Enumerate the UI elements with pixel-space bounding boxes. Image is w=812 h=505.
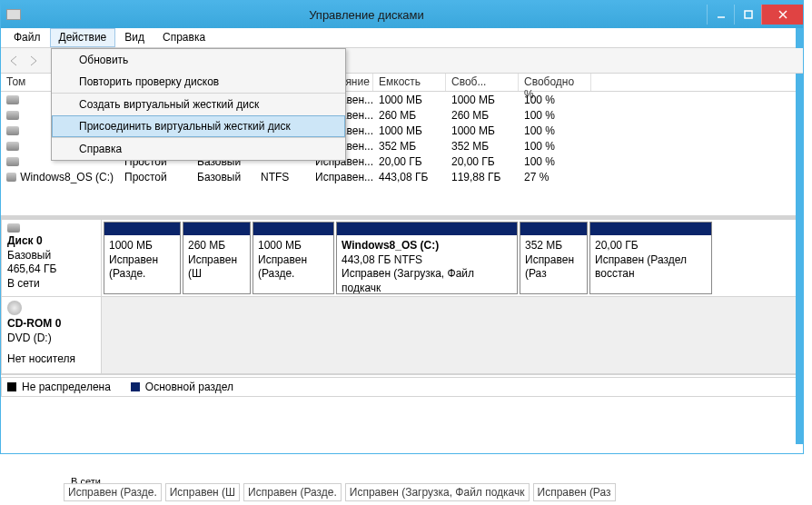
disk-info[interactable]: Диск 0Базовый465,64 ГБВ сети — [2, 220, 102, 296]
action-menu-dropdown: ОбновитьПовторить проверку дисковСоздать… — [51, 48, 346, 161]
partition[interactable]: 260 МБИсправен (Ш — [183, 222, 251, 294]
disk-row: Диск 0Базовый465,64 ГБВ сети1000 МБИспра… — [2, 220, 802, 297]
app-icon — [6, 9, 21, 20]
partition[interactable]: 1000 МБИсправен (Разде. — [253, 222, 334, 294]
legend-swatch — [131, 382, 140, 391]
partition-bar — [337, 223, 517, 235]
volume-icon — [6, 111, 19, 120]
partition-bar — [183, 223, 250, 235]
legend-label: Не распределена — [22, 381, 111, 393]
cdrom-row: CD-ROM 0DVD (D:)Нет носителя — [2, 297, 802, 374]
partition[interactable]: Windows8_OS (C:)443,08 ГБ NTFSИсправен (… — [336, 222, 518, 294]
minimize-button[interactable] — [707, 5, 734, 25]
column-header[interactable]: Емкость — [373, 74, 446, 91]
ghost-cell: Исправен (Загрузка, Файл подкачк — [345, 483, 530, 501]
ghost-cell: Исправен (Разде. — [243, 483, 342, 501]
menu-item[interactable]: Обновить — [52, 49, 345, 71]
legend-label: Основной раздел — [145, 381, 233, 393]
window-title: Управление дисками — [26, 8, 707, 22]
ghost-cell: Исправен (Разде. — [64, 483, 162, 501]
disk-icon — [7, 223, 20, 233]
legend: Не распределенаОсновной раздел — [1, 377, 803, 397]
menubar: ФайлДействиеВидСправка — [1, 28, 803, 48]
volume-icon — [6, 95, 19, 104]
menu-item[interactable]: Присоединить виртуальный жесткий диск — [52, 115, 345, 137]
close-button[interactable] — [761, 5, 803, 25]
ghost-cell: Исправен (Раз — [533, 483, 616, 501]
svg-rect-1 — [745, 11, 752, 18]
back-button[interactable] — [5, 52, 23, 70]
partition-bar — [520, 223, 587, 235]
ghost-row: Исправен (Разде.Исправен (ШИсправен (Раз… — [64, 483, 616, 501]
column-header[interactable]: Свободно % — [519, 74, 591, 91]
disk-graphical-panel: Диск 0Базовый465,64 ГБВ сети1000 МБИспра… — [1, 219, 803, 375]
menu-item[interactable]: Справка — [52, 138, 345, 160]
volume-icon — [6, 173, 16, 182]
cdrom-info[interactable]: CD-ROM 0DVD (D:)Нет носителя — [2, 297, 102, 373]
partition-bar — [590, 223, 711, 235]
legend-swatch — [7, 382, 16, 391]
volume-icon — [6, 157, 19, 166]
volume-row[interactable]: Windows8_OS (C:)ПростойБазовыйNTFSИсправ… — [1, 169, 803, 184]
partition[interactable]: 20,00 ГБИсправен (Раздел восстан — [589, 222, 712, 294]
partition-bar — [253, 223, 333, 235]
menu-действие[interactable]: Действие — [50, 28, 116, 47]
menu-вид[interactable]: Вид — [115, 28, 153, 47]
volume-icon — [6, 126, 19, 135]
menu-файл[interactable]: Файл — [5, 28, 50, 47]
volume-icon — [6, 142, 19, 151]
partition[interactable]: 1000 МБИсправен (Разде. — [104, 222, 181, 294]
titlebar: Управление дисками — [1, 1, 803, 28]
partition[interactable]: 352 МБИсправен (Раз — [520, 222, 588, 294]
column-header[interactable]: Своб... — [446, 74, 519, 91]
forward-button[interactable] — [25, 52, 43, 70]
ghost-cell: Исправен (Ш — [165, 483, 240, 501]
partition-bar — [104, 223, 180, 235]
menu-справка[interactable]: Справка — [153, 28, 214, 47]
maximize-button[interactable] — [734, 5, 761, 25]
menu-item[interactable]: Создать виртуальный жесткий диск — [52, 94, 345, 115]
menu-item[interactable]: Повторить проверку дисков — [52, 71, 345, 93]
cdrom-icon — [7, 301, 22, 315]
